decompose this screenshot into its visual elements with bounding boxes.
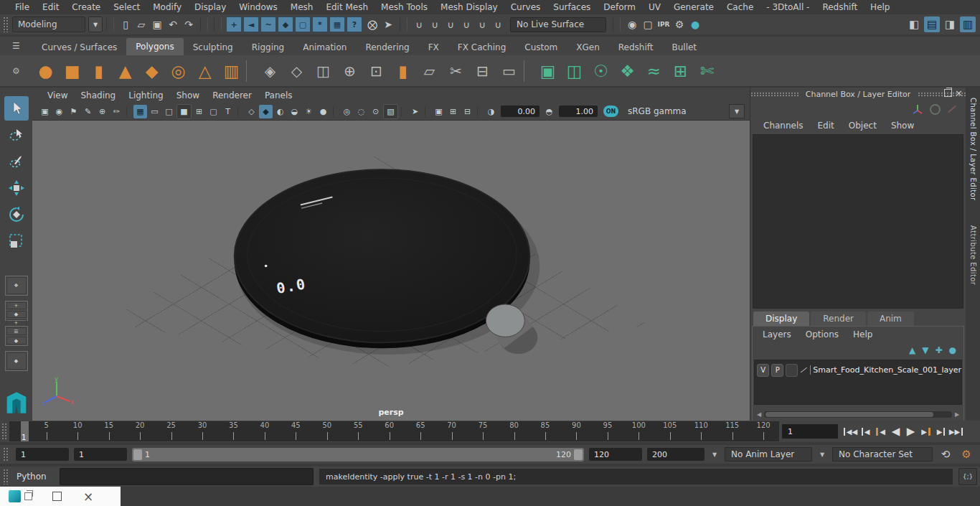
menubar-item[interactable]: Mesh Tools [374,2,434,12]
exposure-field[interactable]: 0.00 [501,106,540,117]
selection-mask-surfaces-icon[interactable]: ◆ [278,17,293,32]
image-plane-icon[interactable]: ✎ [81,105,95,118]
safe-action-icon[interactable]: ▢ [207,105,220,118]
render-settings-icon[interactable]: ⚙ [672,17,687,32]
shelf-tab[interactable]: Custom [515,39,567,55]
poly-torus-icon[interactable]: ◎ [165,57,192,84]
two-d-pan-zoom-icon[interactable]: ⊕ [95,105,109,118]
channel-box-icon[interactable]: ▥ [960,17,976,32]
shadows-icon[interactable]: ● [316,105,330,118]
step-back-key-button[interactable]: ◀ [873,423,888,439]
muted-speed-icon[interactable] [930,104,941,115]
separator[interactable] [126,106,131,117]
snap-to-curves-icon[interactable]: ∪ [427,17,443,32]
menubar-item[interactable]: Generate [667,2,720,12]
shelf-separator[interactable] [524,60,533,82]
separator[interactable] [237,106,242,117]
layer-editor-menu-item[interactable]: Options [798,329,846,339]
highlight-selection-icon[interactable]: ➤ [380,17,396,32]
menubar-item[interactable]: Help [864,2,896,12]
shelf-tab[interactable]: XGen [567,39,609,55]
rotate-tool[interactable] [4,202,29,227]
single-pane-layout-button[interactable]: ❖ [5,276,28,296]
separator[interactable] [333,106,337,117]
poly-cylinder-icon[interactable]: ▮ [85,57,112,84]
command-grip[interactable] [3,469,9,484]
menubar-item[interactable]: Mesh Display [434,2,504,12]
current-time-field[interactable]: 1 [782,424,838,439]
menubar-item[interactable]: Deform [597,2,642,12]
close-window-icon[interactable]: × [83,492,93,502]
timeline-grip[interactable] [1,423,8,440]
go-to-end-button[interactable]: ▶▶ [948,423,963,439]
outliner-persp-layout-button[interactable]: ☰◆ [5,326,28,346]
isolate-add-icon[interactable]: ⊞ [446,105,460,118]
tool-settings-icon[interactable]: ◨ [942,17,958,32]
selection-mask-handles-icon[interactable]: ◄ [243,17,259,32]
axis-tripod-icon[interactable] [912,104,923,114]
channel-box-menu-item[interactable]: Show [884,121,921,131]
select-camera-icon[interactable]: ▣ [38,105,52,118]
range-slider[interactable]: 1 120 [132,448,584,462]
shelf-tab[interactable]: Curves / Surfaces [32,39,126,55]
panel-menu-item[interactable]: View [41,90,74,100]
extrude-icon[interactable]: ▮ [390,57,416,84]
menubar-item[interactable]: Cache [720,2,760,12]
selection-mask-rendering-icon[interactable]: ▦ [329,17,345,32]
scroll-right-icon[interactable]: ▶ [952,411,962,418]
make-object-live-icon[interactable]: ∪ [490,17,506,32]
menubar-item[interactable]: Curves [504,2,547,12]
range-end-handle[interactable] [574,449,583,460]
snap-to-points-icon[interactable]: ∪ [443,17,458,32]
float-panel-icon[interactable] [944,89,952,97]
move-layer-up-icon[interactable]: ▲ [909,345,915,355]
restore-window-icon[interactable] [24,492,32,500]
wireframe-icon[interactable]: ◇ [245,105,258,118]
scale-tool[interactable] [4,229,29,253]
toolbar-grip[interactable] [3,17,9,32]
anim-layer-arrow-icon[interactable]: ▼ [817,451,827,458]
layer-editor-tab[interactable]: Render [811,311,866,326]
selection-mask-all-icon[interactable]: + [226,17,242,32]
undo-icon[interactable]: ↶ [165,17,181,32]
playback-end-field[interactable]: 120 [589,448,642,461]
create-empty-layer-icon[interactable]: ✚ [935,345,942,355]
select-tool[interactable] [4,96,29,121]
automatic-mapping-icon[interactable]: ❖ [614,57,641,84]
animation-start-field[interactable]: 1 [16,448,69,461]
timeline-ruler[interactable]: 1 51015202530354045505560657075808590951… [9,421,779,441]
color-management-toggle[interactable]: ON [603,106,618,117]
screen-space-ao-icon[interactable]: ◎ [340,105,354,118]
current-frame-marker[interactable]: 1 [21,421,29,441]
unfold-uv-icon[interactable]: ≈ [641,57,667,84]
poly-plane-icon[interactable]: ◆ [138,57,165,84]
go-to-start-button[interactable]: ◀◀ [843,423,858,439]
shelf-tab[interactable]: Polygons [126,38,183,55]
exposure-icon[interactable]: ◑ [484,105,498,118]
redo-icon[interactable]: ↷ [181,17,197,32]
separate-icon[interactable]: ◇ [283,57,310,84]
use-default-material-icon[interactable]: ◒ [288,105,301,118]
uv-editor-icon[interactable]: ⊞ [667,57,694,84]
command-language-toggle[interactable]: Python [17,472,54,482]
selection-mask-dynamics-icon[interactable]: * [312,17,328,32]
menubar-item[interactable]: Modify [146,2,188,12]
menubar-item[interactable]: Edit Mesh [319,2,374,12]
save-scene-icon[interactable]: ▣ [149,17,165,32]
planar-mapping-icon[interactable]: ▣ [534,57,561,84]
poly-cube-icon[interactable]: ■ [59,57,85,84]
shelf-tab[interactable]: FX [419,39,448,55]
snap-to-view-planes-icon[interactable]: ∪ [474,17,490,32]
menu-set-selector[interactable]: Modeling [12,17,85,32]
panel-menu-item[interactable]: Shading [74,90,122,100]
shelf-separator[interactable] [246,60,255,82]
snap-to-grids-icon[interactable]: ∪ [411,17,427,32]
shelf-gear-icon[interactable]: ⚙ [0,66,32,76]
field-chart-icon[interactable]: ⊞ [192,105,206,118]
script-editor-icon[interactable]: {;} [958,468,977,485]
layer-playback-toggle[interactable]: P [771,364,783,377]
colorspace-dropdown-arrow-icon[interactable]: ▼ [729,104,745,118]
menubar-item[interactable]: Select [107,2,146,12]
panel-menu-item[interactable]: Show [170,90,206,100]
split-pane-layout-button[interactable]: ◆ [5,351,28,371]
